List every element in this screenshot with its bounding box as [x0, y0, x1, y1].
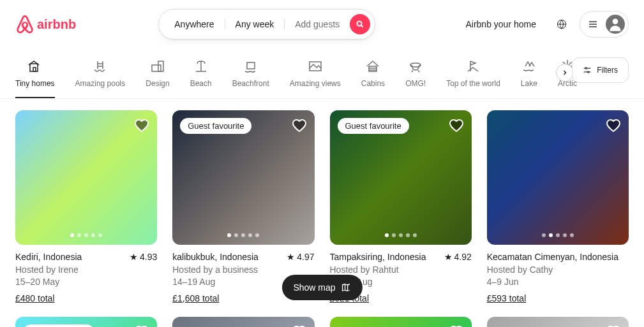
listing-price: £593 total: [487, 293, 629, 305]
svg-rect-14: [152, 65, 161, 71]
listing-rating: ★ 4.92: [444, 251, 472, 264]
listing-card[interactable]: [172, 317, 314, 328]
listing-host: Hosted by Irene: [15, 264, 157, 277]
map-icon: [341, 282, 351, 293]
listing-dates: 4–9 Jun: [487, 276, 629, 289]
svg-point-32: [588, 71, 589, 73]
image-dots: [542, 233, 574, 237]
language-button[interactable]: [549, 11, 574, 37]
listing-image[interactable]: [15, 110, 157, 245]
listing-card[interactable]: Guest favourite: [15, 317, 157, 328]
category-bar: Tiny homes Amazing pools Design Beach Be…: [0, 48, 644, 99]
category-beach[interactable]: Beach: [190, 59, 212, 98]
svg-point-30: [585, 68, 587, 69]
user-menu[interactable]: [580, 11, 629, 38]
search-where[interactable]: Anywhere: [164, 19, 225, 29]
heart-icon: [292, 118, 307, 133]
heart-icon: [449, 324, 464, 328]
category-lake[interactable]: Lake: [521, 59, 537, 98]
image-dots: [385, 233, 417, 237]
svg-rect-18: [369, 66, 377, 71]
category-omg[interactable]: OMG!: [405, 59, 426, 98]
svg-line-1: [361, 25, 363, 27]
listing-rating: ★ 4.97: [287, 251, 314, 264]
category-cabins[interactable]: Cabins: [361, 59, 385, 98]
category-top-of-world[interactable]: Top of the world: [446, 59, 500, 98]
avatar: [606, 15, 625, 34]
menu-icon: [588, 19, 598, 29]
search-icon: [356, 20, 364, 28]
listing-card[interactable]: [487, 317, 629, 328]
listing-title: Kediri, Indonesia: [15, 251, 82, 264]
wishlist-button[interactable]: [449, 324, 464, 328]
search-button[interactable]: [350, 14, 370, 34]
listing-title: kalibukbuk, Indonesia: [172, 251, 258, 264]
beach-icon: [193, 59, 209, 74]
heart-icon: [292, 324, 307, 328]
wishlist-button[interactable]: [606, 324, 621, 328]
filters-icon: [583, 66, 592, 75]
wishlist-button[interactable]: [606, 118, 621, 136]
views-icon: [308, 59, 323, 74]
heart-icon: [134, 118, 149, 133]
wishlist-button[interactable]: [292, 118, 307, 136]
listing-image[interactable]: Guest favourite: [330, 110, 472, 245]
listing-card[interactable]: Kediri, Indonesia★ 4.93 Hosted by Irene …: [15, 110, 157, 305]
wishlist-button[interactable]: [449, 118, 464, 136]
logo[interactable]: airbnb: [15, 14, 76, 34]
svg-rect-9: [33, 68, 36, 71]
guest-favourite-badge: Guest favourite: [23, 324, 94, 328]
category-design[interactable]: Design: [146, 59, 169, 98]
globe-icon: [557, 19, 567, 29]
show-map-button[interactable]: Show map: [281, 275, 362, 300]
listings-grid-row2: Guest favourite: [0, 317, 644, 328]
search-when[interactable]: Any week: [225, 19, 285, 29]
lake-icon: [521, 59, 537, 74]
flag-icon: [465, 59, 481, 74]
listing-rating: ★ 4.93: [130, 251, 157, 264]
category-amazing-views[interactable]: Amazing views: [290, 59, 341, 98]
listing-dates: 15–20 May: [15, 276, 157, 289]
image-dots: [227, 233, 259, 237]
listing-image[interactable]: [172, 317, 314, 328]
wishlist-button[interactable]: [292, 324, 307, 328]
category-amazing-pools[interactable]: Amazing pools: [75, 59, 126, 98]
header: airbnb Anywhere Any week Add guests Airb…: [0, 0, 644, 48]
category-beachfront[interactable]: Beachfront: [232, 59, 269, 98]
guest-favourite-badge: Guest favourite: [180, 118, 251, 134]
listing-title: Tampaksiring, Indonesia: [330, 251, 426, 264]
listing-image[interactable]: [487, 110, 629, 245]
svg-rect-16: [247, 62, 255, 69]
design-icon: [150, 59, 165, 74]
svg-line-22: [412, 70, 413, 72]
listing-card[interactable]: [330, 317, 472, 328]
listing-image[interactable]: Guest favourite: [15, 317, 157, 328]
logo-text: airbnb: [37, 17, 76, 32]
heart-icon: [606, 118, 621, 133]
listing-image[interactable]: Guest favourite: [172, 110, 314, 245]
svg-line-23: [418, 70, 419, 72]
svg-point-0: [357, 22, 362, 26]
wishlist-button[interactable]: [134, 324, 149, 328]
header-right: Airbnb your home: [458, 11, 629, 38]
listing-image[interactable]: [487, 317, 629, 328]
chevron-right-icon: [561, 69, 569, 76]
svg-point-7: [613, 18, 618, 24]
omg-icon: [408, 59, 423, 74]
category-scroll-right[interactable]: [556, 64, 574, 82]
listing-card[interactable]: Kecamatan Cimenyan, Indonesia Hosted by …: [487, 110, 629, 305]
search-who[interactable]: Add guests: [285, 19, 350, 29]
wishlist-button[interactable]: [134, 118, 149, 136]
beachfront-icon: [243, 59, 258, 74]
guest-favourite-badge: Guest favourite: [338, 118, 409, 134]
user-icon: [607, 16, 624, 33]
listing-image[interactable]: [330, 317, 472, 328]
filters-button[interactable]: Filters: [572, 57, 629, 83]
listing-host: Hosted by Cathy: [487, 264, 629, 277]
pool-icon: [93, 59, 108, 74]
category-tiny-homes[interactable]: Tiny homes: [15, 59, 55, 98]
host-link[interactable]: Airbnb your home: [458, 11, 544, 37]
search-pill[interactable]: Anywhere Any week Add guests: [158, 9, 375, 40]
image-dots: [70, 233, 102, 237]
tiny-homes-icon: [27, 59, 43, 74]
